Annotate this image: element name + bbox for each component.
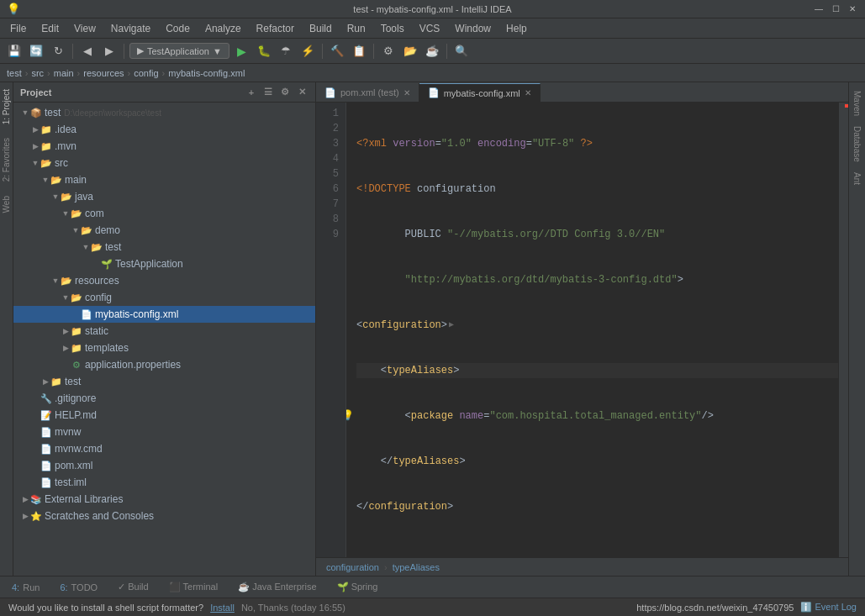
pom-tab-close[interactable]: ✕ (403, 88, 410, 97)
path-typealiases[interactable]: typeAliases (393, 562, 440, 572)
menu-tools[interactable]: Tools (374, 21, 411, 36)
tree-item-help-md[interactable]: ▶ 📝 HELP.md (13, 407, 315, 424)
tree-label-root: test (45, 107, 61, 118)
folder-icon-java: 📂 (61, 191, 72, 203)
menu-help[interactable]: Help (499, 21, 534, 36)
tree-item-root[interactable]: ▼ 📦 test D:\deepen\workspace\test (13, 104, 315, 121)
panel-settings-button[interactable]: ⚙ (278, 86, 292, 99)
menu-vcs[interactable]: VCS (413, 21, 447, 36)
tree-item-gitignore[interactable]: ▶ 🔧 .gitignore (13, 390, 315, 407)
tree-item-resources[interactable]: ▼ 📂 resources (13, 272, 315, 289)
breadcrumb-resources[interactable]: resources (83, 68, 124, 78)
back-button[interactable]: ◀ (78, 42, 97, 61)
debug-button[interactable]: 🐛 (255, 42, 273, 61)
tree-item-static[interactable]: ▶ 📁 static (13, 323, 315, 340)
tree-item-demo[interactable]: ▼ 📂 demo (13, 222, 315, 239)
sdk-button[interactable]: ☕ (423, 42, 441, 61)
terminal-tab-label: ⬛ Terminal (169, 582, 218, 592)
tree-item-main[interactable]: ▼ 📂 main (13, 171, 315, 188)
tab-mybatis[interactable]: 📄 mybatis-config.xml ✕ (419, 83, 541, 102)
menu-build[interactable]: Build (303, 21, 339, 36)
code-editor[interactable]: <?xml version="1.0" encoding="UTF-8" ?> … (346, 103, 838, 557)
fold-5[interactable]: ▶ (449, 318, 454, 333)
forward-button[interactable]: ▶ (100, 42, 119, 61)
breadcrumb-config[interactable]: config (134, 68, 158, 78)
tree-item-scratches[interactable]: ▶ ⭐ Scratches and Consoles (13, 508, 315, 524)
tree-item-config[interactable]: ▼ 📂 config (13, 289, 315, 306)
main-area: 1: Project 2: Favorites Web Project + ☰ … (0, 82, 865, 576)
close-button[interactable]: ✕ (847, 3, 858, 15)
bottom-tab-todo[interactable]: 6: TODO (55, 581, 103, 594)
menu-analyze[interactable]: Analyze (198, 21, 248, 36)
bottom-tab-run[interactable]: 4: Run (7, 581, 45, 594)
breadcrumb-main[interactable]: main (54, 68, 74, 78)
maximize-button[interactable]: ☐ (830, 3, 841, 15)
menu-navigate[interactable]: Navigate (104, 21, 157, 36)
tree-label-static: static (85, 325, 108, 337)
tree-item-src[interactable]: ▼ 📂 src (13, 155, 315, 171)
bottom-tab-enterprise[interactable]: ☕ Java Enterprise (233, 580, 321, 594)
menu-run[interactable]: Run (340, 21, 372, 36)
install-link[interactable]: Install (210, 603, 235, 613)
tree-item-mvn[interactable]: ▶ 📁 .mvn (13, 138, 315, 155)
run-config-selector[interactable]: ▶ TestApplication ▼ (129, 43, 229, 59)
tree-item-mvnw-cmd[interactable]: ▶ 📄 mvnw.cmd (13, 440, 315, 457)
sync-button[interactable]: 🔄 (27, 42, 45, 61)
profile-button[interactable]: ⚡ (298, 42, 317, 61)
tree-item-idea[interactable]: ▶ 📁 .idea (13, 121, 315, 138)
tab-pom[interactable]: 📄 pom.xml (test) ✕ (316, 83, 419, 102)
panel-add-button[interactable]: + (245, 86, 258, 99)
bottom-tab-terminal[interactable]: ⬛ Terminal (164, 580, 223, 594)
tree-arrow-resources: ▼ (50, 276, 61, 286)
tree-item-test-pkg[interactable]: ▼ 📂 test (13, 239, 315, 255)
breadcrumb-file[interactable]: mybatis-config.xml (168, 68, 245, 78)
minimize-button[interactable]: — (813, 3, 825, 15)
coverage-button[interactable]: ☂ (277, 42, 295, 61)
tree-item-mybatis-config[interactable]: ▶ 📄 mybatis-config.xml (13, 306, 315, 323)
menu-view[interactable]: View (67, 21, 103, 36)
tree-item-app-props[interactable]: ▶ ⚙ application.properties (13, 356, 315, 373)
menu-window[interactable]: Window (448, 21, 498, 36)
build-button[interactable]: 🔨 (328, 42, 346, 61)
menu-code[interactable]: Code (159, 21, 197, 36)
path-configuration[interactable]: configuration (326, 562, 379, 572)
dismiss-link[interactable]: No, Thanks (today 16:55) (241, 603, 345, 613)
menu-edit[interactable]: Edit (34, 21, 66, 36)
tree-item-templates[interactable]: ▶ 📁 templates (13, 340, 315, 356)
menu-refactor[interactable]: Refactor (250, 21, 301, 36)
menu-file[interactable]: File (3, 21, 33, 36)
reload-button[interactable]: ↻ (49, 42, 67, 61)
edge-tab-favorites[interactable]: 2: Favorites (0, 131, 13, 188)
edge-tab-project[interactable]: 1: Project (0, 82, 13, 131)
edge-tab-web[interactable]: Web (0, 189, 13, 219)
tree-item-pom-xml[interactable]: ▶ 📄 pom.xml (13, 457, 315, 474)
run-button[interactable]: ▶ (233, 42, 251, 61)
breadcrumb: test › src › main › resources › config ›… (0, 64, 865, 82)
mybatis-tab-close[interactable]: ✕ (525, 88, 531, 97)
panel-close-button[interactable]: ✕ (295, 86, 309, 99)
right-tool-database[interactable]: Database (851, 121, 863, 167)
folder-icon-config: 📂 (71, 292, 82, 303)
save-button[interactable]: 💾 (5, 42, 24, 61)
right-tool-maven[interactable]: Maven (851, 86, 863, 121)
tree-item-java[interactable]: ▼ 📂 java (13, 188, 315, 205)
event-log-link[interactable]: ℹ️ Event Log (800, 602, 857, 613)
explore-button[interactable]: 📂 (401, 42, 419, 61)
tree-item-external-libs[interactable]: ▶ 📚 External Libraries (13, 491, 315, 508)
search-everywhere-button[interactable]: 🔍 (452, 42, 471, 61)
bottom-tab-build[interactable]: ✓ Build (113, 580, 154, 594)
tree-item-testapp[interactable]: ▶ 🌱 TestApplication (13, 255, 315, 272)
tree-label-help-md: HELP.md (55, 409, 97, 421)
tasks-button[interactable]: 📋 (350, 42, 368, 61)
tree-item-mvnw[interactable]: ▶ 📄 mvnw (13, 424, 315, 440)
tree-arrow-scratches: ▶ (20, 511, 30, 521)
tree-item-test-src[interactable]: ▶ 📁 test (13, 373, 315, 390)
breadcrumb-test[interactable]: test (7, 68, 22, 78)
settings-button[interactable]: ⚙ (379, 42, 398, 61)
tree-item-test-iml[interactable]: ▶ 📄 test.iml (13, 474, 315, 491)
breadcrumb-src[interactable]: src (31, 68, 44, 78)
tree-item-com[interactable]: ▼ 📂 com (13, 205, 315, 222)
right-tool-ant[interactable]: Ant (851, 167, 863, 190)
panel-collapse-button[interactable]: ☰ (261, 86, 275, 99)
bottom-tab-spring[interactable]: 🌱 Spring (332, 580, 383, 594)
